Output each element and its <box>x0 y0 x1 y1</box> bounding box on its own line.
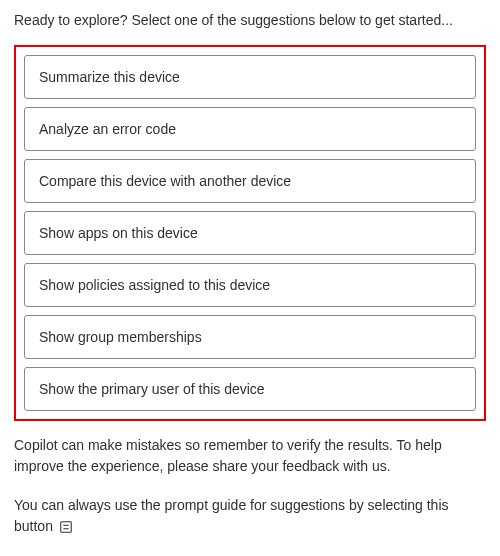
prompt-guide-label: You can always use the prompt guide for … <box>14 497 449 534</box>
svg-rect-0 <box>61 522 72 533</box>
suggestion-summarize-device[interactable]: Summarize this device <box>24 55 476 99</box>
prompt-guide-icon <box>59 520 73 534</box>
suggestion-show-group-memberships[interactable]: Show group memberships <box>24 315 476 359</box>
prompt-guide-text: You can always use the prompt guide for … <box>14 495 486 537</box>
disclaimer-text: Copilot can make mistakes so remember to… <box>14 435 486 477</box>
suggestion-analyze-error-code[interactable]: Analyze an error code <box>24 107 476 151</box>
suggestion-show-primary-user[interactable]: Show the primary user of this device <box>24 367 476 411</box>
intro-text: Ready to explore? Select one of the sugg… <box>14 10 486 31</box>
suggestion-compare-device[interactable]: Compare this device with another device <box>24 159 476 203</box>
suggestion-show-apps[interactable]: Show apps on this device <box>24 211 476 255</box>
suggestion-show-policies[interactable]: Show policies assigned to this device <box>24 263 476 307</box>
suggestions-container: Summarize this device Analyze an error c… <box>14 45 486 421</box>
